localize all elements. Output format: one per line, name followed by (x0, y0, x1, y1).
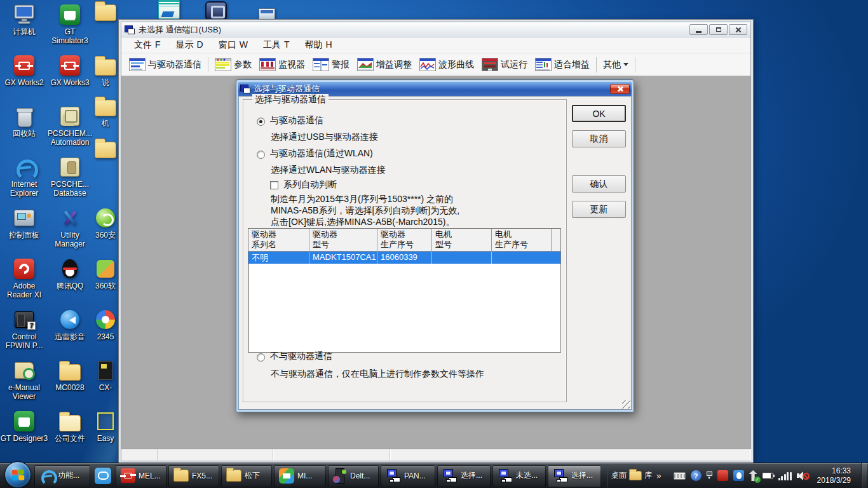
toolbar-comm-button[interactable]: 与驱动器通信 (125, 56, 205, 73)
minimize-button[interactable] (689, 24, 708, 35)
taskbar-button-pdf[interactable]: MI... (274, 465, 326, 487)
desktop-icon-recycle-bin[interactable]: 回收站 (0, 105, 48, 138)
gain-tuning-tool-icon (357, 58, 374, 71)
desktop-icon-internet-explorer[interactable]: Internet Explorer (0, 156, 48, 198)
toolbar-trial-run-button[interactable]: 试运行 (478, 56, 531, 73)
desktop-icon-gt-designer3[interactable]: GT Designer3 (0, 410, 48, 443)
column-header-driver-series[interactable]: 驱动器系列名 (248, 229, 309, 251)
radio-comm-wlan[interactable] (257, 151, 265, 159)
radio-no-comm[interactable] (257, 353, 265, 362)
resize-grip[interactable] (622, 400, 630, 409)
folder-icon (93, 0, 118, 22)
taskbar-button-melsoft[interactable]: MEL... (116, 465, 166, 487)
desktop-icon-gx-works2[interactable]: GX Works2 (0, 55, 48, 87)
radio-no-comm-label[interactable]: 不与驱动器通信 (270, 351, 332, 362)
desktop-icon-control-fpwin[interactable]: 7 Control FPWIN P... (0, 309, 48, 350)
comm-usb-description: 选择通过USB与驱动器连接 (271, 132, 378, 143)
keyboard-tray-icon[interactable] (674, 472, 686, 480)
toolbar-gain-tuning-button[interactable]: 增益调整 (353, 56, 416, 73)
taskbar-button-panaterm[interactable]: PAN... (381, 465, 435, 487)
desktop-icon-computer[interactable]: 计算机 (0, 4, 48, 36)
taskbar-button-delta[interactable]: Delt... (328, 465, 379, 487)
toolbar-separator (208, 57, 208, 72)
toolbar-overflow-chevron[interactable]: » (656, 471, 661, 481)
desktop-icon-label: 迅雷影音 (55, 332, 85, 341)
toolbar-separator (635, 57, 635, 72)
utility-manager-icon (58, 207, 82, 229)
easy-icon (93, 410, 118, 432)
taskbar: 功能... MEL... FX5... 松下 MI... Delt... PAN… (0, 463, 868, 488)
qq-tray-icon[interactable] (733, 470, 744, 481)
radio-comm-usb[interactable] (257, 118, 265, 126)
toolbar-other-dropdown[interactable]: 其他 (599, 57, 632, 72)
close-button[interactable] (729, 24, 747, 35)
menu-file[interactable]: 文件F (126, 37, 168, 53)
help-tray-icon[interactable]: ? (691, 470, 702, 481)
toolbar-fit-gain-button[interactable]: 适合增益 (531, 56, 593, 73)
groupbox-legend: 选择与驱动器通信 (252, 94, 329, 105)
column-header-driver-model[interactable]: 驱动器型号 (309, 229, 377, 251)
desktop-toolbar-label[interactable]: 桌面 (611, 470, 627, 481)
e-manual-viewer-icon (12, 360, 36, 381)
show-hidden-icons-button[interactable]: ▾ (707, 471, 712, 480)
driver-row-selected[interactable]: 不明 MADKT1507CA1 16060339 (248, 252, 560, 264)
radio-comm-usb-label[interactable]: 与驱动器通信 (270, 115, 323, 126)
note-line: 点击[OK]键后,选择MINAS-A5B(-March2015)。 (271, 217, 454, 228)
column-header-driver-serial[interactable]: 驱动器生产序号 (377, 229, 432, 251)
gx-works3-icon (58, 55, 82, 76)
recycle-bin-icon (12, 105, 36, 127)
gx-works3-tray-icon[interactable] (717, 470, 728, 481)
statusbar-pane (158, 449, 273, 461)
toolbar-monitor-button[interactable]: 监视器 (255, 56, 309, 73)
cancel-button[interactable]: 取消 (572, 130, 626, 147)
toolbar-parameters-button[interactable]: 参数 (211, 56, 255, 73)
taskbar-button-select-comm-2[interactable]: 选择... (548, 465, 601, 487)
taskbar-button-select-comm-1[interactable]: 选择... (437, 465, 491, 487)
safely-remove-hardware-icon[interactable] (749, 470, 757, 481)
desktop-icon-label: Control FPWIN P... (0, 332, 48, 350)
battery-tray-icon[interactable] (763, 473, 773, 478)
delta-servo-icon (336, 468, 344, 484)
desktop-icon-adobe-reader[interactable]: Adobe Reader XI (0, 258, 48, 299)
toolbar-separator (596, 57, 597, 72)
menu-help[interactable]: 帮助H (297, 37, 339, 53)
confirm-button[interactable]: 确认 (572, 175, 626, 193)
tray-clock[interactable]: 16:33 2018/3/29 (813, 466, 855, 485)
toolbar-alarm-button[interactable]: 警报 (309, 56, 353, 73)
libraries-shortcut[interactable]: 库 (627, 465, 654, 487)
restore-button[interactable] (709, 24, 728, 35)
main-titlebar[interactable]: 未选择 通信端口(USB) (121, 22, 750, 37)
taskbar-pinned-baidu-netdisk[interactable] (92, 465, 114, 487)
dialog-close-button[interactable] (610, 84, 630, 94)
desktop-icon-control-panel[interactable]: 控制面板 (0, 207, 48, 240)
menubar: 文件F 显示D 窗口W 工具T 帮助H (121, 37, 750, 53)
toolbar-waveform-button[interactable]: 波形曲线 (416, 56, 478, 73)
taskbar-button-ie[interactable]: 功能... (34, 465, 90, 487)
taskbar-button-panasonic-folder[interactable]: 松下 (221, 465, 272, 487)
driver-list[interactable]: 驱动器系列名 驱动器型号 驱动器生产序号 电机型号 电机生产序号 不明 MADK… (248, 228, 561, 353)
desktop-icon-touch-tool[interactable] (192, 0, 240, 22)
start-button[interactable] (4, 461, 31, 488)
system-tray: ? ▾ 16:33 2018/3/29 (674, 463, 868, 488)
gx-works3-icon (121, 468, 135, 483)
desktop-icon-pcschematic-database[interactable]: PCSCHE... Database (46, 156, 94, 198)
taskbar-button-fx5-folder[interactable]: FX5... (168, 465, 219, 487)
dialog-title: 选择与驱动器通信 (254, 83, 320, 95)
update-button[interactable]: 更新 (572, 201, 626, 218)
menu-view[interactable]: 显示D (168, 37, 211, 53)
show-desktop-button[interactable] (861, 463, 867, 488)
volume-muted-icon[interactable] (797, 471, 808, 481)
series-auto-detect-label[interactable]: 系列自动判断 (283, 179, 337, 191)
menu-tools[interactable]: 工具T (255, 37, 297, 53)
taskbar-button-unselected[interactable]: 未选... (492, 465, 546, 487)
desktop-icon-fx[interactable] (145, 0, 193, 20)
column-header-motor-model[interactable]: 电机型号 (432, 229, 492, 251)
note-line: MINAS-A5B系列，请选择[系列自动判断]为无效, (271, 205, 459, 217)
radio-comm-wlan-label[interactable]: 与驱动器通信(通过WLAN) (270, 148, 373, 159)
network-signal-icon[interactable] (778, 471, 792, 480)
menu-window[interactable]: 窗口W (211, 37, 255, 53)
ok-button[interactable]: OK (572, 105, 626, 122)
desktop-icon-e-manual-viewer[interactable]: e-Manual Viewer (0, 360, 48, 401)
column-header-motor-serial[interactable]: 电机生产序号 (492, 229, 552, 251)
series-auto-detect-checkbox[interactable] (270, 181, 278, 189)
